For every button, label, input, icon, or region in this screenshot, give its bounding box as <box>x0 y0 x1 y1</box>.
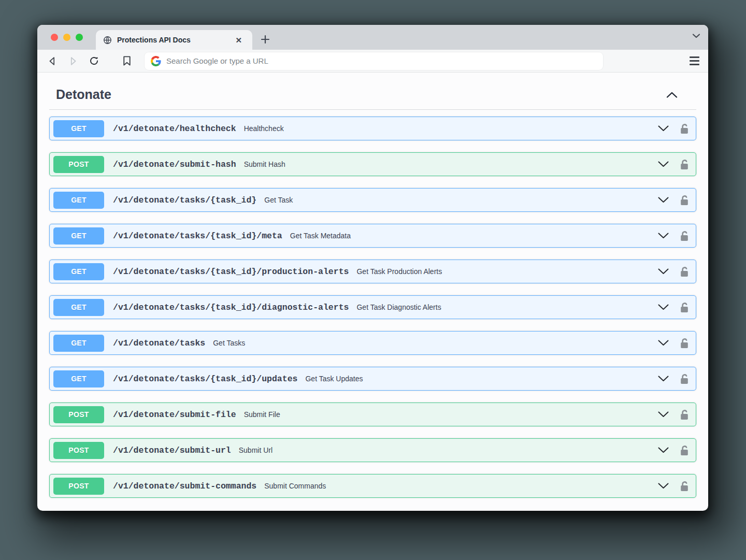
endpoint-path: /v1/detonate/tasks/{task_id}/meta <box>113 231 282 241</box>
tab-protections-api-docs[interactable]: Protections API Docs ✕ <box>96 30 252 50</box>
window-controls <box>51 34 83 41</box>
tab-overview-chevron-icon[interactable] <box>692 33 701 39</box>
endpoint-summary: Healthcheck <box>244 124 284 133</box>
bookmark-icon[interactable] <box>121 55 133 67</box>
google-logo-icon <box>151 56 161 66</box>
expand-chevron-icon[interactable] <box>657 232 669 239</box>
unlocked-padlock-icon[interactable] <box>679 123 690 135</box>
method-badge: POST <box>53 406 104 423</box>
endpoint-summary: Submit Commands <box>264 482 326 490</box>
close-tab-icon[interactable]: ✕ <box>232 35 245 45</box>
endpoint-summary: Submit File <box>244 410 280 419</box>
expand-chevron-icon[interactable] <box>657 268 669 275</box>
method-badge: POST <box>53 156 104 173</box>
section-title: Detonate <box>56 87 111 102</box>
endpoint-path: /v1/detonate/tasks/{task_id}/production-… <box>113 267 349 277</box>
endpoint-summary: Get Task Diagnostic Alerts <box>356 303 441 311</box>
expand-chevron-icon[interactable] <box>657 196 669 204</box>
zoom-window-button[interactable] <box>76 34 83 41</box>
method-badge: GET <box>53 120 104 137</box>
expand-chevron-icon[interactable] <box>657 125 669 132</box>
unlocked-padlock-icon[interactable] <box>679 159 690 170</box>
endpoint-summary: Get Task Production Alerts <box>356 267 442 276</box>
endpoint-summary: Get Tasks <box>213 339 245 347</box>
endpoint-path: /v1/detonate/tasks/{task_id}/updates <box>113 374 297 384</box>
endpoint-row[interactable]: GET /v1/detonate/tasks Get Tasks <box>49 331 696 355</box>
unlocked-padlock-icon[interactable] <box>679 337 690 349</box>
section-header[interactable]: Detonate <box>49 78 696 110</box>
collapse-section-chevron-icon[interactable] <box>666 91 696 98</box>
unlocked-padlock-icon[interactable] <box>679 409 690 421</box>
endpoint-row[interactable]: POST /v1/detonate/submit-file Submit Fil… <box>49 403 696 426</box>
endpoint-summary: Get Task <box>264 196 293 204</box>
endpoint-row[interactable]: POST /v1/detonate/submit-hash Submit Has… <box>49 152 696 176</box>
endpoint-list: GET /v1/detonate/healthcheck Healthcheck… <box>49 110 696 498</box>
reload-icon[interactable] <box>88 55 100 67</box>
api-docs-page: Detonate GET /v1/detonate/healthcheck He… <box>37 73 708 498</box>
expand-chevron-icon[interactable] <box>657 411 669 418</box>
expand-chevron-icon[interactable] <box>657 161 669 168</box>
method-badge: POST <box>53 442 104 459</box>
endpoint-summary: Submit Url <box>239 446 272 454</box>
expand-chevron-icon[interactable] <box>657 482 669 490</box>
minimize-window-button[interactable] <box>63 34 70 41</box>
search-placeholder: Search Google or type a URL <box>166 56 268 65</box>
browser-toolbar: Search Google or type a URL <box>37 50 708 73</box>
method-badge: GET <box>53 263 104 280</box>
endpoint-path: /v1/detonate/submit-commands <box>113 481 256 491</box>
endpoint-summary: Get Task Metadata <box>290 232 351 240</box>
tab-title: Protections API Docs <box>117 36 227 44</box>
back-icon[interactable] <box>46 55 59 67</box>
tab-bar: Protections API Docs ✕ <box>37 25 708 50</box>
expand-chevron-icon[interactable] <box>657 304 669 311</box>
endpoint-path: /v1/detonate/tasks/{task_id} <box>113 195 256 205</box>
endpoint-row[interactable]: GET /v1/detonate/tasks/{task_id}/meta Ge… <box>49 224 696 248</box>
unlocked-padlock-icon[interactable] <box>679 444 690 456</box>
method-badge: GET <box>53 299 104 316</box>
endpoint-row[interactable]: POST /v1/detonate/submit-url Submit Url <box>49 438 696 462</box>
unlocked-padlock-icon[interactable] <box>679 480 690 492</box>
endpoint-path: /v1/detonate/healthcheck <box>113 124 236 134</box>
unlocked-padlock-icon[interactable] <box>679 373 690 385</box>
globe-icon <box>103 36 112 45</box>
unlocked-padlock-icon[interactable] <box>679 266 690 278</box>
expand-chevron-icon[interactable] <box>657 375 669 382</box>
endpoint-row[interactable]: GET /v1/detonate/healthcheck Healthcheck <box>49 117 696 140</box>
endpoint-summary: Submit Hash <box>244 160 285 168</box>
endpoint-row[interactable]: GET /v1/detonate/tasks/{task_id}/diagnos… <box>49 295 696 319</box>
endpoint-path: /v1/detonate/submit-hash <box>113 160 236 169</box>
forward-icon[interactable] <box>67 55 79 67</box>
endpoint-path: /v1/detonate/tasks <box>113 338 205 348</box>
unlocked-padlock-icon[interactable] <box>679 230 690 242</box>
method-badge: GET <box>53 335 104 352</box>
endpoint-path: /v1/detonate/submit-url <box>113 446 231 455</box>
expand-chevron-icon[interactable] <box>657 339 669 347</box>
method-badge: GET <box>53 227 104 245</box>
endpoint-summary: Get Task Updates <box>305 375 363 383</box>
menu-icon[interactable] <box>690 56 699 65</box>
unlocked-padlock-icon[interactable] <box>679 301 690 313</box>
endpoint-path: /v1/detonate/submit-file <box>113 410 236 420</box>
method-badge: GET <box>53 192 104 209</box>
endpoint-row[interactable]: GET /v1/detonate/tasks/{task_id}/product… <box>49 260 696 283</box>
new-tab-button[interactable] <box>257 32 273 47</box>
endpoint-row[interactable]: GET /v1/detonate/tasks/{task_id} Get Tas… <box>49 188 696 212</box>
method-badge: GET <box>53 370 104 387</box>
close-window-button[interactable] <box>51 34 58 41</box>
endpoint-row[interactable]: POST /v1/detonate/submit-commands Submit… <box>49 474 696 498</box>
expand-chevron-icon[interactable] <box>657 447 669 454</box>
browser-window: Protections API Docs ✕ <box>37 25 708 511</box>
endpoint-path: /v1/detonate/tasks/{task_id}/diagnostic-… <box>113 303 349 312</box>
method-badge: POST <box>53 478 104 495</box>
search-input[interactable]: Search Google or type a URL <box>145 52 603 70</box>
endpoint-row[interactable]: GET /v1/detonate/tasks/{task_id}/updates… <box>49 367 696 391</box>
unlocked-padlock-icon[interactable] <box>679 194 690 206</box>
